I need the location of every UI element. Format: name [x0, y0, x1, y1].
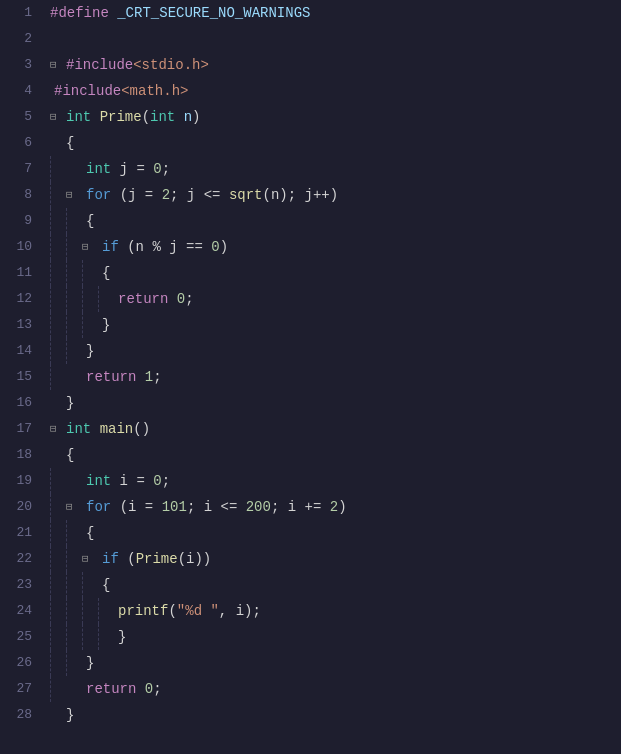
- code-token: %: [152, 234, 160, 260]
- code-token: 200: [246, 494, 271, 520]
- ln-16: 16: [0, 390, 42, 416]
- ln-19: 19: [0, 468, 42, 494]
- code-token: return: [86, 364, 136, 390]
- code-content: #define _CRT_SECURE_NO_WARNINGS ⊟#includ…: [42, 0, 621, 754]
- code-token: [175, 104, 183, 130]
- code-token: {: [66, 442, 74, 468]
- ln-2: 2: [0, 26, 42, 52]
- code-token: 0: [177, 286, 185, 312]
- code-line-4: #include<math.h>: [50, 78, 621, 104]
- ln-24: 24: [0, 598, 42, 624]
- fold-icon-17[interactable]: ⊟: [50, 416, 66, 442]
- fold-icon-8[interactable]: ⊟: [66, 182, 82, 208]
- code-token: }: [66, 390, 74, 416]
- code-token: int: [86, 156, 111, 182]
- code-token: 0: [153, 468, 161, 494]
- ln-6: 6: [0, 130, 42, 156]
- code-token: [145, 468, 153, 494]
- code-token: _CRT_SECURE_NO_WARNINGS: [117, 0, 310, 26]
- code-line-5: ⊟int Prime(int n): [50, 104, 621, 130]
- ln-11: 11: [0, 260, 42, 286]
- code-token: [145, 156, 153, 182]
- ln-22: 22: [0, 546, 42, 572]
- code-line-6: {: [50, 130, 621, 156]
- code-token: if: [102, 546, 119, 572]
- code-token: [153, 182, 161, 208]
- ln-21: 21: [0, 520, 42, 546]
- code-token: int: [86, 468, 111, 494]
- code-token: (): [133, 416, 150, 442]
- code-token: }: [66, 702, 74, 728]
- code-line-13: }: [50, 312, 621, 338]
- code-token: Prime: [100, 104, 142, 130]
- code-token: sqrt: [229, 182, 263, 208]
- ln-12: 12: [0, 286, 42, 312]
- code-token: }: [102, 312, 110, 338]
- fold-icon-10[interactable]: ⊟: [82, 234, 98, 260]
- code-token: (i: [120, 494, 145, 520]
- code-token: {: [86, 208, 94, 234]
- ln-17: 17: [0, 416, 42, 442]
- code-token: <=: [220, 494, 237, 520]
- code-line-8: ⊟for (j = 2; j <= sqrt(n); j++): [50, 182, 621, 208]
- code-line-16: }: [50, 390, 621, 416]
- code-token: #define: [50, 0, 109, 26]
- code-line-18: {: [50, 442, 621, 468]
- code-token: return: [86, 676, 136, 702]
- code-token: =: [136, 468, 144, 494]
- code-token: main: [100, 416, 134, 442]
- code-token: {: [102, 572, 110, 598]
- code-token: (j: [120, 182, 145, 208]
- ln-4: 4: [0, 78, 42, 104]
- code-token: ; j: [170, 182, 204, 208]
- code-line-26: }: [50, 650, 621, 676]
- code-token: for: [86, 182, 111, 208]
- code-token: [136, 676, 144, 702]
- code-token: 2: [330, 494, 338, 520]
- code-token: (: [142, 104, 150, 130]
- ln-15: 15: [0, 364, 42, 390]
- fold-icon-20[interactable]: ⊟: [66, 494, 82, 520]
- code-token: [203, 234, 211, 260]
- code-token: [119, 234, 127, 260]
- code-token: j: [111, 156, 136, 182]
- code-token: ): [338, 494, 346, 520]
- code-token: (: [168, 598, 176, 624]
- ln-28: 28: [0, 702, 42, 728]
- code-token: {: [86, 520, 94, 546]
- code-token: }: [86, 338, 94, 364]
- code-token: [237, 494, 245, 520]
- code-token: 1: [145, 364, 153, 390]
- code-token: ==: [186, 234, 203, 260]
- code-token: =: [136, 156, 144, 182]
- code-token: ;: [162, 468, 170, 494]
- code-token: #include: [66, 52, 133, 78]
- ln-13: 13: [0, 312, 42, 338]
- code-token: 0: [211, 234, 219, 260]
- code-line-20: ⊟for (i = 101; i <= 200; i += 2): [50, 494, 621, 520]
- fold-icon-3[interactable]: ⊟: [50, 52, 66, 78]
- code-token: [321, 494, 329, 520]
- ln-5: 5: [0, 104, 42, 130]
- code-line-25: }: [50, 624, 621, 650]
- code-token: "%d ": [177, 598, 219, 624]
- code-line-27: return 0;: [50, 676, 621, 702]
- ln-27: 27: [0, 676, 42, 702]
- code-token: =: [145, 182, 153, 208]
- code-line-12: return 0;: [50, 286, 621, 312]
- code-token: (i)): [178, 546, 212, 572]
- code-token: [91, 104, 99, 130]
- ln-1: 1: [0, 0, 42, 26]
- code-token: [111, 494, 119, 520]
- fold-icon-22[interactable]: ⊟: [82, 546, 98, 572]
- code-token: }: [86, 650, 94, 676]
- ln-8: 8: [0, 182, 42, 208]
- code-line-19: int i = 0;: [50, 468, 621, 494]
- code-token: if: [102, 234, 119, 260]
- fold-icon-5[interactable]: ⊟: [50, 104, 66, 130]
- code-token: ; i: [271, 494, 305, 520]
- code-line-11: {: [50, 260, 621, 286]
- code-token: (: [127, 546, 135, 572]
- code-token: ++: [313, 182, 330, 208]
- code-token: ;: [153, 364, 161, 390]
